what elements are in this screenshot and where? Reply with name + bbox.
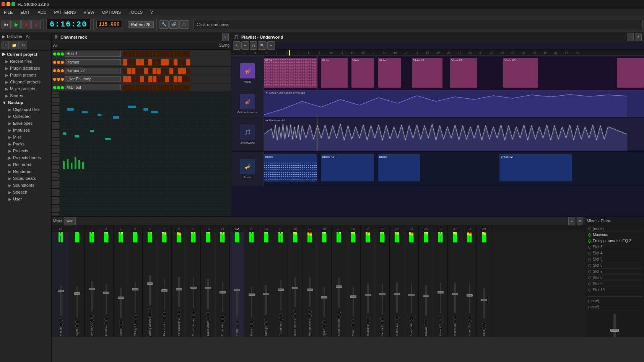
mixer-channel-19[interactable]: Undersound [332,232,346,337]
viola-block-6[interactable]: Viola #3 [450,58,477,88]
fader-knob-13[interactable] [249,294,255,296]
fader-track-20[interactable] [353,286,354,316]
step-button-13[interactable] [178,68,182,74]
step-button-8[interactable] [157,85,161,91]
fader-track-16[interactable] [294,277,296,307]
sidebar-item-user[interactable]: ▶ User [0,196,51,202]
ch-knob-1[interactable] [192,311,195,315]
fader-track-11[interactable] [222,282,223,312]
step-button-11[interactable] [169,76,173,82]
fader-knob-4[interactable] [118,297,124,299]
ch-knob-2[interactable] [163,316,166,320]
fader-knob-5[interactable] [132,288,138,290]
mixer-channel-15[interactable]: Thingness [273,232,288,337]
mixer-channel-8[interactable]: Percussion 2 [172,232,186,337]
ch-knob-1[interactable] [308,310,312,314]
fader-knob-25[interactable] [423,295,429,297]
fader-track-7[interactable] [164,279,165,310]
channel-led3[interactable] [61,52,64,55]
mixer-channel-18[interactable]: Quiet [317,232,332,337]
ch-knob-2[interactable] [381,321,384,325]
piano-button[interactable]: 🎵 [179,20,189,29]
fader-track-21[interactable] [367,283,369,314]
bpm-display[interactable]: 115.000 [96,21,122,28]
ch-knob-2[interactable] [177,314,181,318]
sidebar-folder-btn[interactable]: 📁 [10,41,19,49]
channel-led[interactable] [53,69,56,72]
fader-knob-19[interactable] [336,285,342,288]
stop-button[interactable]: ■ [21,20,31,29]
slot-power-6[interactable] [588,264,591,267]
ch-knob-1[interactable] [322,320,326,324]
fader-knob-28[interactable] [467,294,473,297]
step-button-3[interactable] [136,85,140,91]
mixer-slot-6[interactable]: Slot 6 [587,263,642,269]
step-button-10[interactable] [165,85,169,91]
step-button-14[interactable] [182,76,186,82]
ch-knob-2[interactable] [148,313,152,316]
ch-knob-2[interactable] [279,318,283,321]
channel-led[interactable] [53,52,56,55]
menu-tools[interactable]: TOOLS [127,9,144,15]
mixer-channel-4[interactable]: Cello [114,232,128,337]
step-button-8[interactable] [157,76,161,82]
step-button-9[interactable] [161,85,165,91]
step-button-15[interactable] [186,76,190,82]
channel-led2[interactable] [57,78,60,81]
ch-knob-2[interactable] [410,320,413,324]
ch-knob-1[interactable] [468,316,472,320]
step-button-7[interactable] [153,68,156,74]
sidebar-item-scores[interactable]: ▶ Scores [0,92,51,99]
step-button-12[interactable] [174,59,177,65]
step-button-2[interactable] [132,68,135,74]
ch-knob-1[interactable] [439,316,442,320]
ch-knob-2[interactable] [308,314,312,318]
step-button-14[interactable] [182,59,186,65]
mixer-channel-3[interactable]: Additive [99,232,114,337]
news-bar[interactable]: Click online news [193,20,642,29]
fader-track-6[interactable] [149,275,151,306]
ch-knob-2[interactable] [221,319,224,323]
mixer-slot-10[interactable]: Slot 10 [587,287,642,293]
sidebar-item-projects[interactable]: ▶ Projects [0,147,51,154]
sidebar-item-channel-presets[interactable]: ▶ Channel presets [0,78,51,85]
ch-knob-2[interactable] [119,325,123,329]
channel-name-host[interactable]: Host 1 [65,51,121,57]
brass-block-4[interactable]: Brass #2 [499,154,572,181]
fader-track-19[interactable] [338,277,340,308]
fader-knob-9[interactable] [190,287,197,289]
mixer-channel-17[interactable]: Percussion 3 [302,232,317,337]
channel-led[interactable] [53,61,56,64]
sidebar-item-impulses[interactable]: ▶ Impulses [0,127,51,134]
fader-knob-1[interactable] [74,292,80,295]
step-button-15[interactable] [186,59,190,65]
step-button-12[interactable] [174,51,177,57]
step-button-14[interactable] [182,85,186,91]
ch-knob-2[interactable] [424,323,428,326]
step-button-6[interactable] [148,68,152,74]
fader-track-9[interactable] [193,277,194,308]
menu-options[interactable]: OPTIONS [101,9,123,15]
ch-knob-1[interactable] [395,316,399,320]
fader-knob-8[interactable] [176,288,182,290]
fader-knob-M[interactable] [58,290,64,292]
mixer-slot-8[interactable]: Slot 8 [587,275,642,281]
ch-knob-2[interactable] [366,321,370,324]
fader-knob-12[interactable] [234,289,240,291]
play-button[interactable]: ▶ [11,20,21,29]
step-button-5[interactable] [144,51,148,57]
step-button-0[interactable] [123,51,127,57]
menu-add[interactable]: ADD [36,9,48,15]
channel-led2[interactable] [57,69,60,72]
ch-knob-1[interactable] [104,317,108,321]
ch-knob-1[interactable] [351,319,355,323]
mixer-channel-M[interactable]: Master [52,232,70,337]
mixer-channel-5[interactable]: Strings 2 [128,232,143,337]
step-button-15[interactable] [186,51,190,57]
ch-knob-1[interactable] [59,318,63,322]
mixer-close[interactable]: × [577,217,583,225]
fader-track-8[interactable] [178,277,180,307]
step-button-5[interactable] [144,76,148,82]
channel-rack-close[interactable]: × [222,33,229,41]
fader-knob-26[interactable] [437,291,444,294]
